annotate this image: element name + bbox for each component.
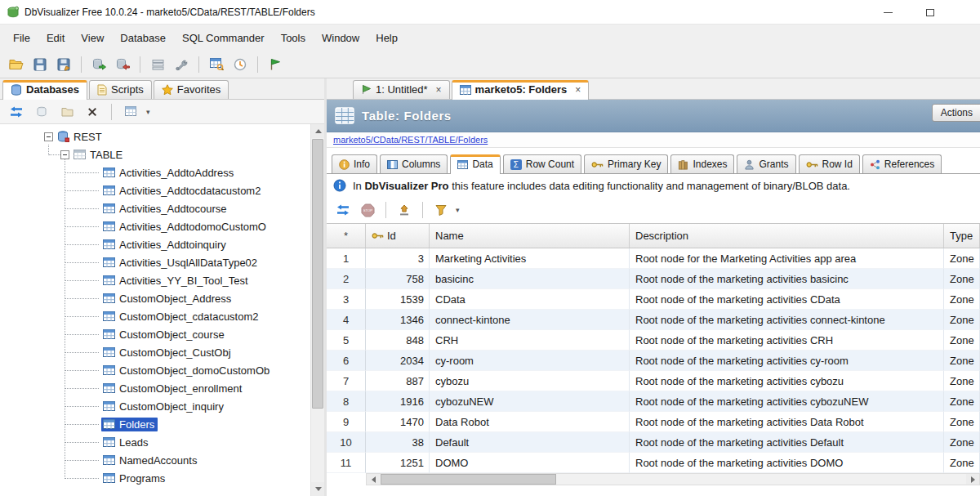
cell-id[interactable]: 1539 (366, 289, 430, 310)
table-row[interactable]: 4 1346 connect-kintone Root node of the … (327, 310, 980, 330)
tree-node-rest[interactable]: REST (0, 127, 310, 145)
table-row[interactable]: 5 848 CRH Root node of the marketing act… (327, 330, 980, 351)
table-row[interactable]: 7 887 cybozu Root node of the marketing … (327, 371, 980, 391)
tab-row-id[interactable]: Row Id (799, 154, 860, 173)
cell-type[interactable]: Zone (944, 351, 980, 371)
cell-id[interactable]: 2034 (366, 351, 430, 371)
table-row[interactable]: 10 38 Default Root node of the marketing… (327, 432, 980, 453)
tree-item-table[interactable]: Activities_AddtodomoCustomO (0, 217, 310, 235)
scroll-left-button[interactable] (367, 474, 380, 485)
cell-name[interactable]: Default (430, 432, 630, 453)
cell-type[interactable]: Zone (944, 371, 980, 391)
reload-data-button[interactable] (333, 200, 353, 220)
tree-item-table[interactable]: Activities_Addtocdatacustom2 (0, 181, 310, 199)
tree-item-table[interactable]: CustomObject_Address (0, 289, 310, 307)
cell-description[interactable]: Root node of the marketing activities Da… (630, 412, 944, 432)
column-header-rownum[interactable]: * (327, 224, 366, 248)
tree-item-table[interactable]: CustomObject_domoCustomOb (0, 361, 310, 379)
cell-rownum[interactable]: 1 (327, 248, 366, 269)
scroll-right-button[interactable] (966, 474, 979, 485)
cell-type[interactable]: Zone (944, 248, 980, 269)
tree-item-table[interactable]: CustomObject_course (0, 325, 310, 343)
cell-rownum[interactable]: 10 (327, 432, 366, 453)
create-folder-button[interactable] (57, 102, 77, 122)
tree-item-table[interactable]: CustomObject_CustObj (0, 343, 310, 361)
tab-favorites[interactable]: Favorites (154, 80, 229, 99)
cell-name[interactable]: basicinc (430, 269, 630, 289)
table-row[interactable]: 9 1470 Data Robot Root node of the marke… (327, 412, 980, 432)
cell-description[interactable]: Root node for the Marketing Activities a… (630, 248, 944, 269)
menu-item[interactable]: Window (314, 29, 368, 47)
close-tab-icon[interactable] (575, 85, 581, 95)
column-header-name[interactable]: Name (430, 224, 630, 248)
grid-horizontal-scrollbar[interactable] (366, 473, 980, 485)
cell-description[interactable]: Root node of the marketing activities cy… (630, 371, 944, 391)
properties-button[interactable] (148, 55, 167, 74)
collapse-icon[interactable] (60, 150, 69, 159)
chevron-down-icon[interactable] (146, 108, 150, 116)
sql-commander-button[interactable] (265, 55, 285, 74)
cell-description[interactable]: Root node of the marketing activities cy… (630, 391, 944, 412)
cell-description[interactable]: Root node of the marketing activities CD… (630, 289, 944, 310)
open-folder-button[interactable] (7, 55, 26, 74)
scrollbar-thumb[interactable] (312, 139, 323, 409)
cell-id[interactable]: 1470 (366, 412, 430, 432)
cell-type[interactable]: Zone (944, 269, 980, 289)
cell-description[interactable]: Root node of the marketing activities cy… (630, 351, 944, 371)
menu-item[interactable]: Edit (38, 29, 73, 47)
cell-rownum[interactable]: 4 (327, 310, 366, 330)
cell-id[interactable]: 3 (366, 248, 430, 269)
connect-database-button[interactable] (89, 55, 109, 74)
cell-name[interactable]: DOMO (430, 453, 630, 473)
cell-description[interactable]: Root node of the marketing activities DO… (630, 453, 944, 473)
cell-type[interactable]: Zone (944, 412, 980, 432)
tab-scripts[interactable]: Scripts (89, 80, 152, 99)
scrollbar-thumb[interactable] (381, 474, 556, 485)
tree-node-table-group[interactable]: TABLE (0, 145, 310, 163)
tree-item-table[interactable]: CustomObject_cdatacustom2 (0, 307, 310, 325)
cell-id[interactable]: 1251 (366, 453, 430, 473)
cell-type[interactable]: Zone (944, 310, 980, 330)
tree-item-table[interactable]: Activities_Addtocourse (0, 199, 310, 217)
cell-name[interactable]: Data Robot (430, 412, 630, 432)
cell-rownum[interactable]: 7 (327, 371, 366, 391)
table-row[interactable]: 6 2034 cy-room Root node of the marketin… (327, 351, 980, 371)
tree-item-table[interactable]: Folders (0, 415, 310, 433)
tree-item-table[interactable]: Programs (0, 469, 310, 487)
scroll-down-button[interactable] (311, 482, 324, 496)
tree-item-table[interactable]: CustomObject_enrollment (0, 379, 310, 397)
history-button[interactable] (230, 55, 250, 74)
save-button[interactable] (30, 55, 50, 74)
tab-columns[interactable]: Columns (380, 154, 448, 173)
tab-primary-key[interactable]: Primary Key (584, 154, 668, 173)
cell-type[interactable]: Zone (944, 289, 980, 310)
cell-rownum[interactable]: 3 (327, 289, 366, 310)
table-data-button[interactable] (207, 55, 226, 74)
menu-item[interactable]: Database (112, 29, 174, 47)
column-header-description[interactable]: Description (630, 224, 944, 248)
table-row[interactable]: 8 1916 cybozuNEW Root node of the market… (327, 391, 980, 412)
actions-button[interactable]: Actions (932, 104, 980, 122)
tab-grants[interactable]: Grants (737, 154, 795, 173)
menu-item[interactable]: View (73, 29, 112, 47)
cell-rownum[interactable]: 5 (327, 330, 366, 351)
cell-rownum[interactable]: 2 (327, 269, 366, 289)
scroll-up-button[interactable] (311, 124, 324, 138)
menu-item[interactable]: Help (368, 29, 406, 47)
cell-id[interactable]: 758 (366, 269, 430, 289)
breadcrumb[interactable]: marketo5/CData/REST/TABLE/Folders (333, 135, 488, 145)
cell-type[interactable]: Zone (944, 391, 980, 412)
cell-id[interactable]: 38 (366, 432, 430, 453)
remove-connection-button[interactable] (82, 102, 102, 122)
tab-indexes[interactable]: Indexes (670, 154, 734, 173)
tree-item-table[interactable]: CustomObject_inquiry (0, 397, 310, 415)
filter-button[interactable] (431, 200, 451, 220)
cell-id[interactable]: 1346 (366, 310, 430, 330)
tab-data[interactable]: Data (450, 154, 500, 174)
cell-id[interactable]: 887 (366, 371, 430, 391)
window-minimize-button[interactable] (871, 0, 905, 25)
export-grid-button[interactable] (394, 200, 414, 220)
editor-tab-untitled[interactable]: 1: Untitled* (353, 80, 450, 99)
cell-id[interactable]: 848 (366, 330, 430, 351)
create-connection-button[interactable] (32, 102, 51, 122)
